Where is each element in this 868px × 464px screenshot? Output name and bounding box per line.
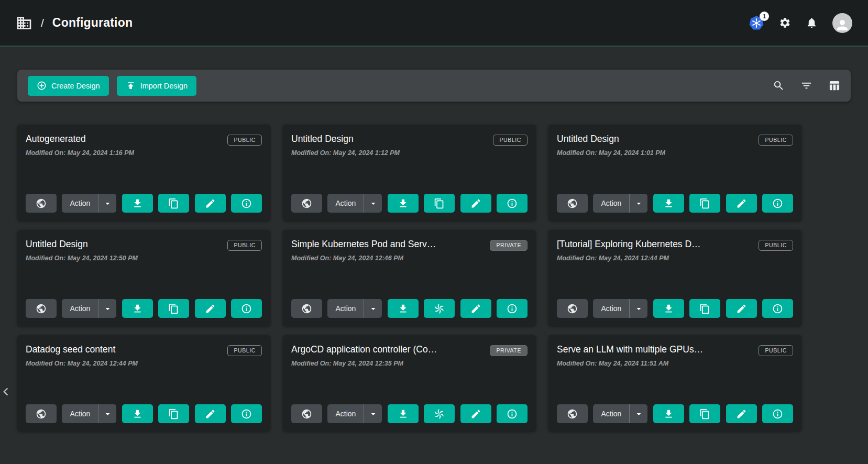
action-button-label[interactable]: Action	[593, 404, 629, 423]
download-button[interactable]	[122, 404, 153, 423]
info-icon	[507, 303, 518, 314]
action-button-label[interactable]: Action	[62, 299, 98, 318]
visibility-globe-button[interactable]	[557, 194, 588, 213]
visibility-globe-button[interactable]	[291, 299, 322, 318]
clone-button[interactable]	[158, 404, 189, 423]
edit-button[interactable]	[195, 194, 226, 213]
action-split-button[interactable]: Action	[593, 299, 647, 318]
info-button[interactable]	[231, 404, 262, 423]
kubernetes-context-button[interactable]: 1	[749, 15, 764, 31]
action-button-label[interactable]: Action	[327, 404, 364, 423]
edit-button[interactable]	[460, 404, 491, 423]
action-split-button[interactable]: Action	[62, 194, 116, 213]
action-dropdown-button[interactable]	[364, 299, 382, 318]
action-split-button[interactable]: Action	[327, 404, 382, 423]
download-button[interactable]	[388, 194, 419, 213]
chevron-down-icon	[368, 198, 378, 208]
download-icon	[132, 303, 143, 314]
clone-button[interactable]	[424, 194, 455, 213]
edit-button[interactable]	[460, 194, 491, 213]
modified-on: Modified On: May 24, 2024 1:16 PM	[26, 149, 262, 157]
edit-button[interactable]	[726, 299, 757, 318]
chevron-down-icon	[103, 304, 113, 314]
clone-button[interactable]	[689, 194, 720, 213]
visibility-globe-button[interactable]	[557, 299, 588, 318]
info-icon	[507, 408, 518, 419]
info-button[interactable]	[762, 194, 793, 213]
clone-button[interactable]	[689, 404, 720, 423]
action-split-button[interactable]: Action	[593, 404, 647, 423]
design-card: Untitled Design PUBLIC Modified On: May …	[548, 125, 801, 221]
action-button-label[interactable]: Action	[62, 404, 98, 423]
visibility-chip: PUBLIC	[227, 240, 262, 251]
action-button-label[interactable]: Action	[593, 299, 629, 318]
action-dropdown-button[interactable]	[98, 404, 116, 423]
visibility-globe-button[interactable]	[291, 194, 322, 213]
info-button[interactable]	[231, 299, 262, 318]
action-button-label[interactable]: Action	[327, 194, 364, 213]
visibility-globe-button[interactable]	[26, 299, 57, 318]
action-dropdown-button[interactable]	[364, 404, 382, 423]
organization-icon[interactable]	[16, 15, 32, 31]
info-button[interactable]	[497, 299, 528, 318]
import-design-button[interactable]: Import Design	[117, 76, 196, 96]
download-button[interactable]	[388, 299, 419, 318]
visibility-globe-button[interactable]	[26, 404, 57, 423]
edit-button[interactable]	[726, 194, 757, 213]
clone-button[interactable]	[158, 299, 189, 318]
edit-button[interactable]	[195, 404, 226, 423]
action-dropdown-button[interactable]	[364, 194, 382, 213]
modified-on: Modified On: May 24, 2024 12:35 PM	[291, 360, 528, 367]
action-split-button[interactable]: Action	[62, 404, 116, 423]
action-split-button[interactable]: Action	[62, 299, 116, 318]
action-button-label[interactable]: Action	[62, 194, 98, 213]
visibility-globe-button[interactable]	[291, 404, 322, 423]
filter-icon[interactable]	[800, 80, 812, 92]
design-card: Untitled Design PUBLIC Modified On: May …	[17, 230, 270, 326]
download-button[interactable]	[122, 299, 153, 318]
info-button[interactable]	[231, 194, 262, 213]
action-dropdown-button[interactable]	[98, 299, 116, 318]
action-dropdown-button[interactable]	[630, 299, 647, 318]
table-view-icon[interactable]	[828, 80, 840, 92]
open-in-kanvas-button[interactable]	[424, 299, 455, 318]
globe-icon	[301, 198, 312, 209]
info-button[interactable]	[762, 404, 793, 423]
edit-button[interactable]	[726, 404, 757, 423]
download-icon	[398, 303, 409, 314]
open-in-kanvas-button[interactable]	[424, 404, 455, 423]
user-avatar[interactable]	[832, 13, 852, 33]
edit-button[interactable]	[195, 299, 226, 318]
action-button-label[interactable]: Action	[593, 194, 629, 213]
chevron-down-icon	[368, 409, 378, 419]
download-button[interactable]	[653, 194, 684, 213]
modified-on: Modified On: May 24, 2024 11:51 AM	[557, 360, 793, 367]
action-split-button[interactable]: Action	[593, 194, 647, 213]
info-button[interactable]	[497, 194, 528, 213]
download-icon	[398, 198, 409, 209]
visibility-globe-button[interactable]	[557, 404, 588, 423]
settings-gear-icon[interactable]	[779, 17, 791, 29]
create-design-button[interactable]: Create Design	[28, 76, 109, 96]
download-button[interactable]	[653, 299, 684, 318]
action-dropdown-button[interactable]	[630, 194, 647, 213]
visibility-chip: PRIVATE	[490, 240, 528, 251]
visibility-globe-button[interactable]	[26, 194, 57, 213]
action-dropdown-button[interactable]	[98, 194, 116, 213]
info-icon	[507, 198, 518, 209]
download-button[interactable]	[388, 404, 419, 423]
download-button[interactable]	[122, 194, 153, 213]
action-split-button[interactable]: Action	[327, 299, 382, 318]
action-dropdown-button[interactable]	[630, 404, 647, 423]
download-button[interactable]	[653, 404, 684, 423]
action-split-button[interactable]: Action	[327, 194, 382, 213]
info-button[interactable]	[497, 404, 528, 423]
search-icon[interactable]	[773, 80, 785, 92]
info-button[interactable]	[762, 299, 793, 318]
clone-button[interactable]	[689, 299, 720, 318]
notifications-bell-icon[interactable]	[806, 17, 818, 29]
edit-button[interactable]	[460, 299, 491, 318]
collapse-drawer-chevron-icon[interactable]	[0, 384, 14, 402]
clone-button[interactable]	[158, 194, 189, 213]
action-button-label[interactable]: Action	[327, 299, 364, 318]
